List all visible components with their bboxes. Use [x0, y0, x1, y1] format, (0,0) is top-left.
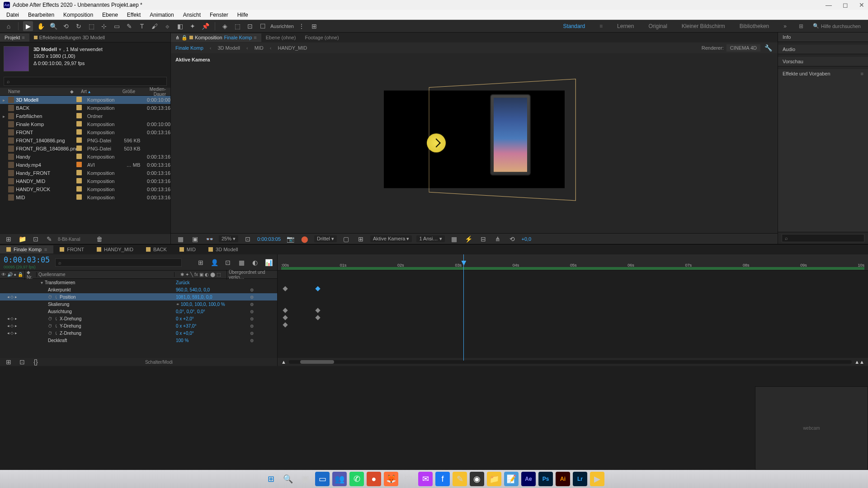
panel-info[interactable]: Info	[778, 33, 868, 42]
tl-toggle2-icon[interactable]: ⊡	[17, 357, 27, 367]
property-row[interactable]: ◂ ◇ ▸⏱ ⤹ Position1081,0, 591,0, 0,0⊚	[0, 293, 277, 300]
lock-icon[interactable]: 🔒	[181, 35, 188, 41]
workspace-original[interactable]: Original	[643, 21, 672, 31]
property-row[interactable]: ◂ ◇ ▸⏱ ⤹ X-Drehung0 x +2,0°⊚	[0, 315, 277, 322]
alpha-icon[interactable]: ▦	[175, 234, 185, 244]
keyframe[interactable]	[283, 286, 288, 291]
tl-shy-icon[interactable]: 👤	[209, 258, 219, 267]
menu-animation[interactable]: Animation	[145, 11, 178, 19]
taskbar-facebook-icon[interactable]: f	[435, 472, 450, 486]
project-search-input[interactable]: ⌕	[4, 77, 167, 86]
folder-icon[interactable]: 📁	[17, 234, 27, 244]
tl-toggle1-icon[interactable]: ⊞	[4, 357, 14, 367]
taskbar-ai-icon[interactable]: Ai	[556, 472, 570, 486]
views-select[interactable]: 1 Ansi… ▾	[416, 235, 444, 242]
anchor-tool-icon[interactable]: ⊹	[99, 21, 109, 31]
zoom-tool-icon[interactable]: 🔍	[48, 21, 58, 31]
rotate-tool-icon[interactable]: ↻	[74, 21, 84, 31]
res-icon[interactable]: ⊡	[243, 234, 253, 244]
resolution-select[interactable]: Drittel ▾	[314, 235, 337, 242]
taskbar-windows-icon[interactable]: ⊞	[264, 472, 278, 486]
eraser-tool-icon[interactable]: ◧	[175, 21, 185, 31]
selection-tool-icon[interactable]: ▶	[23, 21, 33, 31]
workspace-standard[interactable]: Standard	[557, 21, 590, 31]
taskbar-taskview-icon[interactable]: ▣	[298, 472, 312, 486]
clone-tool-icon[interactable]: ⟐	[162, 21, 172, 31]
timeline-rows[interactable]: ▾ TransformierenZurück Ankerpunkt960,0, …	[0, 279, 277, 358]
pen-tool-icon[interactable]: ✎	[124, 21, 134, 31]
project-item[interactable]: Finale KompKomposition0:00:10:00	[0, 120, 170, 128]
pixel-icon[interactable]: ▦	[449, 234, 459, 244]
snapping-opts-icon[interactable]: ⋮	[297, 21, 307, 31]
tl-draft-icon[interactable]: ⊡	[223, 258, 233, 267]
col-duration[interactable]: Medien-Dauer	[139, 87, 166, 97]
panel-effekte[interactable]: Effekte und Vorgaben≡	[778, 69, 868, 232]
project-list[interactable]: ▸3D ModellKomposition0:00:10:00BACKKompo…	[0, 96, 170, 234]
project-item[interactable]: FRONT_RGB_1840886.pngPNG-Datei503 KB	[0, 145, 170, 153]
tab-footage[interactable]: Footage (ohne)	[300, 33, 343, 42]
breadcrumb-1[interactable]: 3D Modell	[217, 45, 240, 51]
taskbar-firefox-icon[interactable]: 🦊	[384, 472, 398, 486]
tl-toggle3-icon[interactable]: {}	[31, 357, 41, 367]
timeline-timecode[interactable]: 0:00:03:05	[4, 255, 50, 264]
taskbar-notes-icon[interactable]: 📝	[504, 472, 519, 486]
taskbar-ae-icon[interactable]: Ae	[521, 472, 536, 486]
comp-icon[interactable]: ⊡	[31, 234, 41, 244]
camera-tool-icon[interactable]: ⬚	[86, 21, 96, 31]
tab-effekteinstellungen[interactable]: Effekteinstellungen 3D Modell	[29, 33, 109, 42]
timeline-tab[interactable]: MID	[173, 245, 202, 253]
zoom-select[interactable]: 25% ▾	[219, 235, 238, 242]
keyframe[interactable]	[283, 308, 288, 313]
timeline-tab[interactable]: 3D Modell	[202, 245, 245, 253]
mask-icon[interactable]: ▣	[190, 234, 200, 244]
col-size[interactable]: Größe	[115, 89, 139, 94]
orbit-tool-icon[interactable]: ⟲	[61, 21, 71, 31]
menu-hilfe[interactable]: Hilfe	[233, 11, 253, 19]
dropdown-icon[interactable]: ▾	[59, 46, 61, 53]
workspace-reset-icon[interactable]: ⊞	[796, 21, 807, 31]
taskbar-messenger-icon[interactable]: ✉	[418, 472, 433, 486]
taskbar-lr-icon[interactable]: Lr	[573, 472, 587, 486]
panel-vorschau[interactable]: Vorschau	[778, 57, 868, 66]
toggle-3-icon[interactable]: ⊡	[245, 21, 255, 31]
taskbar-search-icon[interactable]: 🔍	[281, 472, 295, 486]
breadcrumb-0[interactable]: Finale Komp	[175, 45, 203, 51]
snapshot-icon[interactable]: 📷	[285, 234, 295, 244]
proxy-icon[interactable]: ⊞	[309, 21, 319, 31]
flowchart2-icon[interactable]: ⋔	[493, 234, 503, 244]
col-quellenname[interactable]: Quellenname	[36, 272, 174, 277]
col-type[interactable]: Art ▴	[81, 89, 115, 94]
grid-icon[interactable]: ⊞	[356, 234, 366, 244]
snap-checkbox[interactable]: ☐	[258, 21, 268, 31]
timeline-tab[interactable]: FRONT	[53, 245, 90, 253]
project-item[interactable]: HANDY_RÜCKKomposition0:00:13:16	[0, 185, 170, 193]
col-label-icon[interactable]: ◆	[70, 89, 81, 94]
keyframe[interactable]	[315, 286, 320, 291]
workspace-lernen[interactable]: Lernen	[612, 21, 639, 31]
tl-frame-icon[interactable]: ▦	[236, 258, 246, 267]
project-item[interactable]: Handy_FRONTKomposition0:00:13:16	[0, 169, 170, 177]
project-item[interactable]: HandyKomposition0:00:13:16	[0, 153, 170, 161]
reset-exp-icon[interactable]: ⟲	[507, 234, 517, 244]
timeline-tab[interactable]: Finale Komp ≡	[0, 245, 53, 253]
keyframe[interactable]	[283, 322, 288, 327]
tl-graph-icon[interactable]: 📊	[264, 258, 274, 267]
roto-tool-icon[interactable]: ✦	[188, 21, 198, 31]
toggle-2-icon[interactable]: ⬚	[232, 21, 242, 31]
interpret-icon[interactable]: ⊞	[4, 234, 14, 244]
property-row[interactable]: Skalierung⚭ 100,0, 100,0, 100,0 %⊚	[0, 300, 277, 308]
breadcrumb-3[interactable]: HANDY_MID	[278, 45, 307, 51]
exposure-value[interactable]: +0,0	[522, 236, 532, 242]
property-row[interactable]: Ankerpunkt960,0, 540,0, 0,0⊚	[0, 286, 277, 293]
switches-modes-toggle[interactable]: Schalter/Modi	[145, 360, 173, 365]
col-parent[interactable]: Übergeordnet und verkn…	[226, 270, 277, 280]
renderer-settings-icon[interactable]: 🔧	[763, 43, 773, 53]
timeline-tab[interactable]: HANDY_MID	[90, 245, 140, 253]
hand-tool-icon[interactable]: ✋	[36, 21, 46, 31]
text-tool-icon[interactable]: T	[137, 21, 147, 31]
tab-composition[interactable]: ⋔ 🔒 Komposition Finale Komp ≡	[171, 33, 261, 42]
menu-komposition[interactable]: Komposition	[59, 11, 98, 19]
puppet-tool-icon[interactable]: 📌	[200, 21, 210, 31]
viewer-timecode[interactable]: 0:00:03:05	[257, 236, 281, 242]
roi-icon[interactable]: ▢	[341, 234, 351, 244]
